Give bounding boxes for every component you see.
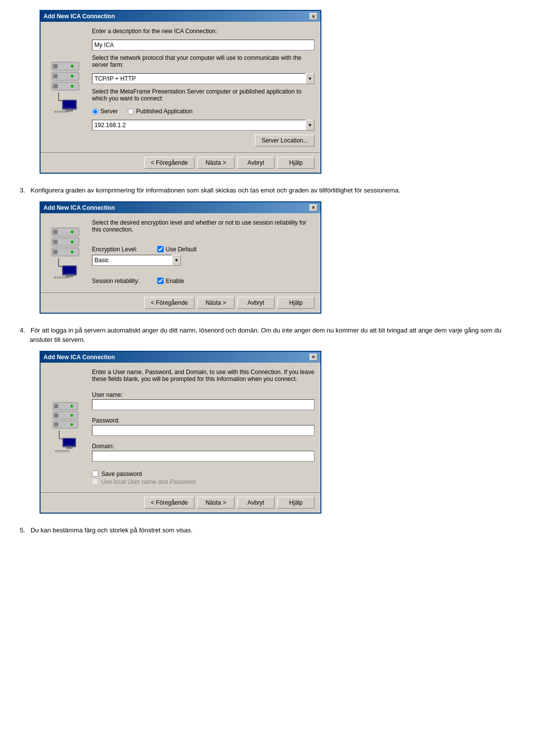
dialog1-back-button[interactable]: < Föregående xyxy=(144,157,194,169)
dialog3-server-icon: ⠿⠿⠿⠿⠿⠿ xyxy=(46,369,86,486)
dialog2: Add New ICA Connection × xyxy=(40,201,321,314)
svg-point-38 xyxy=(70,423,73,425)
dialog3-footer: < Föregående Nästa > Avbryt Hjälp xyxy=(41,492,320,513)
step5-content: Du kan bestämma färg och storlek på föns… xyxy=(31,526,193,534)
dialog2-next-button[interactable]: Nästa > xyxy=(197,297,234,309)
dialog1-radio-group: Server Published Application xyxy=(92,108,314,115)
dialog1-server-input[interactable] xyxy=(92,120,306,131)
dialog3-domain-input[interactable] xyxy=(92,451,314,462)
dialog3-back-button[interactable]: < Föregående xyxy=(144,497,194,509)
step4-text: 4. För att logga in på servern automatis… xyxy=(20,326,514,345)
svg-rect-1 xyxy=(53,64,57,68)
dialog1-server-arrow[interactable]: ▼ xyxy=(306,120,314,131)
svg-rect-42 xyxy=(63,438,75,445)
dialog3-titlebar: Add New ICA Connection × xyxy=(41,352,320,363)
dialog2-use-default-checkbox[interactable]: Use Default xyxy=(157,246,197,253)
dialog3-password-input[interactable] xyxy=(92,425,314,436)
dialog3-desc-label: Enter a User name, Password, and Domain,… xyxy=(92,369,314,382)
step5-prefix: 5. xyxy=(20,526,25,534)
step4-prefix: 4. xyxy=(20,327,25,334)
dialog1-close-button[interactable]: × xyxy=(310,13,317,20)
dialog2-help-button[interactable]: Hjälp xyxy=(277,297,314,309)
step3-prefix: 3. xyxy=(20,187,25,194)
dialog3-save-password-input[interactable] xyxy=(92,471,98,477)
dialog2-server-icon: ⠿⠿⠿⠿⠿⠿ xyxy=(46,219,86,286)
dialog1-radio-published[interactable]: Published Application xyxy=(128,108,192,115)
dialog3-use-local-checkbox[interactable]: Use local User name and Password xyxy=(92,478,314,485)
dialog3-save-password-checkbox[interactable]: Save password xyxy=(92,471,314,477)
dialog1-next-button[interactable]: Nästa > xyxy=(197,157,234,169)
dialog1-protocol-dropdown[interactable]: ▼ xyxy=(92,73,314,84)
dialog1-protocol-arrow[interactable]: ▼ xyxy=(306,73,314,84)
dialog2-cancel-button[interactable]: Avbryt xyxy=(237,297,274,309)
dialog3-close-button[interactable]: × xyxy=(310,354,317,361)
step1-container: Add New ICA Connection × xyxy=(20,10,514,174)
dialog3-help-button[interactable]: Hjälp xyxy=(277,497,314,509)
svg-text:⠿⠿⠿⠿⠿⠿: ⠿⠿⠿⠿⠿⠿ xyxy=(55,449,70,453)
dialog1-radio-server[interactable]: Server xyxy=(92,108,118,115)
dialog2-back-button[interactable]: < Föregående xyxy=(144,297,194,309)
dialog2-session-row: Session reliability: Enable xyxy=(92,278,314,284)
svg-text:⠿⠿⠿⠿⠿⠿: ⠿⠿⠿⠿⠿⠿ xyxy=(54,276,69,280)
dialog3-next-button[interactable]: Nästa > xyxy=(197,497,234,509)
dialog2-enable-input[interactable] xyxy=(157,278,164,284)
svg-rect-43 xyxy=(66,447,73,448)
dialog2-close-button[interactable]: × xyxy=(310,204,317,211)
dialog2-enable-label: Enable xyxy=(166,278,184,284)
dialog1-radio-server-label: Server xyxy=(100,108,118,115)
dialog1-help-button[interactable]: Hjälp xyxy=(277,157,314,169)
dialog2-titlebar: Add New ICA Connection × xyxy=(41,202,320,213)
dialog3-content: Enter a User name, Password, and Domain,… xyxy=(92,369,314,486)
dialog3: Add New ICA Connection × xyxy=(40,351,321,514)
svg-rect-22 xyxy=(53,249,57,254)
svg-rect-19 xyxy=(53,239,57,244)
dialog2-encryption-section: Encryption Level: Use Default ▼ xyxy=(92,244,314,266)
dialog3-use-local-input[interactable] xyxy=(92,478,98,485)
dialog1-description-input[interactable] xyxy=(92,40,314,50)
dialog2-content: Select the desired encryption level and … xyxy=(92,219,314,286)
dialog1-server-icon: ⠿⠿⠿⠿⠿⠿ xyxy=(46,28,86,146)
dialog1-body: ⠿⠿⠿⠿⠿⠿ Enter a description for the new I… xyxy=(41,22,320,152)
dialog2-title: Add New ICA Connection xyxy=(44,204,115,211)
step3-container: 3. Konfigurera graden av komprimering fö… xyxy=(20,186,514,314)
svg-rect-27 xyxy=(63,266,76,274)
dialog3-domain-label: Domain: xyxy=(92,443,314,450)
svg-point-23 xyxy=(71,250,74,253)
dialog1-server-location-row: Server Location... xyxy=(92,135,314,146)
step4-container: 4. För att logga in på servern automatis… xyxy=(20,326,514,514)
dialog1-titlebar: Add New ICA Connection × xyxy=(41,11,320,22)
dialog2-use-default-label: Use Default xyxy=(166,246,197,253)
step4-content: För att logga in på servern automatiskt … xyxy=(30,327,501,344)
dialog2-desc-label: Select the desired encryption level and … xyxy=(92,219,314,233)
svg-rect-34 xyxy=(54,413,58,417)
dialog2-use-default-input[interactable] xyxy=(157,246,164,252)
dialog3-cancel-button[interactable]: Avbryt xyxy=(237,497,274,509)
dialog1-content: Enter a description for the new ICA Conn… xyxy=(92,28,314,146)
dialog2-enable-checkbox[interactable]: Enable xyxy=(157,278,184,284)
svg-point-17 xyxy=(71,231,74,234)
dialog1-footer: < Föregående Nästa > Avbryt Hjälp xyxy=(41,152,320,173)
svg-rect-37 xyxy=(54,422,58,426)
dialog1-server-location-button[interactable]: Server Location... xyxy=(255,135,314,146)
dialog3-use-local-label: Use local User name and Password xyxy=(101,478,196,485)
dialog3-username-section: User name: xyxy=(92,391,314,410)
svg-rect-16 xyxy=(53,230,57,234)
dialog3-username-input[interactable] xyxy=(92,399,314,410)
dialog1-protocol-input xyxy=(92,73,306,84)
step3-content: Konfigurera graden av komprimering för i… xyxy=(31,187,400,194)
step3-text: 3. Konfigurera graden av komprimering fö… xyxy=(20,186,514,195)
dialog2-footer: < Föregående Nästa > Avbryt Hjälp xyxy=(41,292,320,313)
dialog2-encryption-dropdown[interactable]: ▼ xyxy=(92,255,181,266)
dialog2-encryption-input xyxy=(92,255,172,266)
dialog1-cancel-button[interactable]: Avbryt xyxy=(237,157,274,169)
svg-rect-31 xyxy=(54,404,58,408)
dialog3-password-label: Password: xyxy=(92,417,314,424)
dialog2-encryption-arrow[interactable]: ▼ xyxy=(172,255,181,266)
dialog1: Add New ICA Connection × xyxy=(40,10,321,174)
svg-point-35 xyxy=(70,414,73,416)
dialog1-server-dropdown[interactable]: ▼ xyxy=(92,120,314,131)
svg-rect-7 xyxy=(53,84,57,89)
dialog1-protocol-label: Select the network protocol that your co… xyxy=(92,54,314,68)
dialog3-body: ⠿⠿⠿⠿⠿⠿ Enter a User name, Password, and … xyxy=(41,363,320,492)
dialog2-body: ⠿⠿⠿⠿⠿⠿ Select the desired encryption lev… xyxy=(41,213,320,292)
